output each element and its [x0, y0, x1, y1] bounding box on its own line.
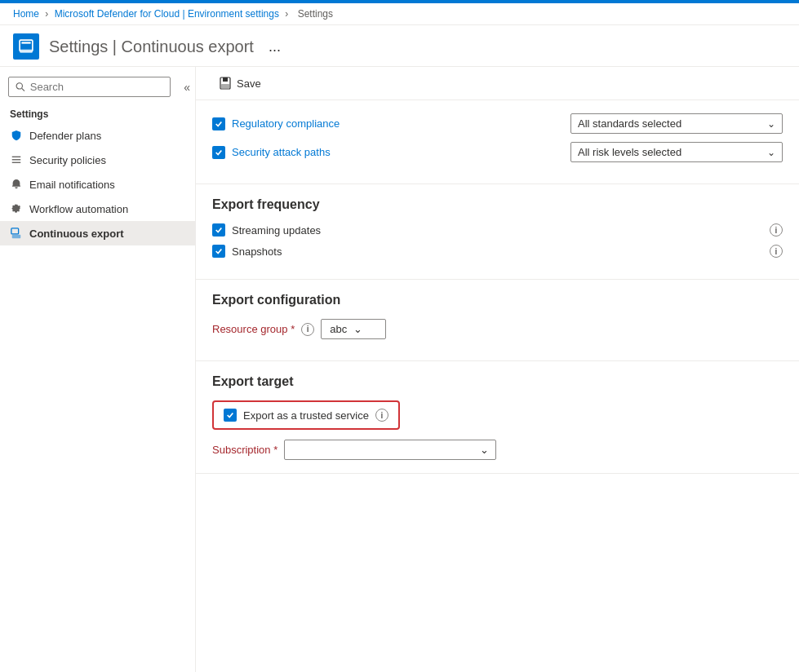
security-attack-paths-checkbox[interactable]	[212, 146, 225, 159]
svg-rect-8	[11, 228, 19, 234]
sidebar-item-label: Continuous export	[29, 228, 124, 240]
shield-icon	[10, 129, 23, 142]
resource-group-dropdown[interactable]: abc ⌄	[321, 319, 386, 339]
streaming-updates-checkbox[interactable]	[212, 223, 225, 237]
svg-rect-1	[21, 42, 30, 43]
toolbar: Save	[196, 67, 799, 100]
sidebar-item-workflow-automation[interactable]: Workflow automation	[0, 197, 195, 221]
sidebar-item-label: Security policies	[29, 154, 106, 166]
breadcrumb: Home › Microsoft Defender for Cloud | En…	[0, 3, 799, 25]
snapshots-checkbox[interactable]	[212, 245, 225, 258]
security-attack-paths-row: Security attack paths All risk levels se…	[212, 142, 783, 162]
subscription-row: Subscription * ⌄	[212, 440, 783, 460]
resource-group-label: Resource group *	[212, 323, 295, 335]
chevron-down-icon: ⌄	[767, 118, 775, 130]
svg-rect-5	[12, 157, 21, 157]
breadcrumb-env[interactable]: Microsoft Defender for Cloud | Environme…	[55, 8, 279, 20]
sidebar-item-label: Email notifications	[29, 179, 115, 191]
subscription-dropdown[interactable]: ⌄	[284, 440, 496, 460]
streaming-updates-info-icon[interactable]: i	[770, 223, 783, 237]
snapshots-label: Snapshots	[232, 245, 763, 258]
page-icon	[13, 33, 39, 60]
security-attack-paths-label: Security attack paths	[232, 146, 564, 158]
exported-data-section: Regulatory compliance All standards sele…	[196, 100, 799, 184]
sidebar-item-continuous-export[interactable]: Continuous export	[0, 221, 195, 245]
export-icon	[10, 227, 23, 240]
chevron-down-icon: ⌄	[767, 147, 775, 158]
sidebar-item-label: Defender plans	[29, 130, 101, 142]
export-target-section: Export target Export as a trusted servic…	[196, 361, 799, 474]
sidebar-item-label: Workflow automation	[29, 203, 128, 215]
trusted-service-label: Export as a trusted service	[243, 409, 369, 422]
export-config-title: Export configuration	[212, 293, 783, 307]
svg-rect-6	[12, 159, 21, 160]
export-frequency-title: Export frequency	[212, 197, 783, 212]
svg-rect-2	[20, 49, 33, 53]
regulatory-compliance-dropdown[interactable]: All standards selected ⌄	[570, 113, 783, 134]
save-button[interactable]: Save	[212, 73, 268, 93]
svg-line-4	[22, 88, 24, 91]
collapse-button[interactable]: «	[179, 79, 195, 95]
security-attack-paths-dropdown-value: All risk levels selected	[578, 146, 681, 158]
export-target-title: Export target	[212, 374, 783, 389]
resource-group-info-icon[interactable]: i	[301, 323, 314, 336]
security-attack-paths-dropdown[interactable]: All risk levels selected ⌄	[570, 142, 783, 162]
gear-icon	[10, 202, 23, 215]
save-label: Save	[237, 77, 261, 90]
streaming-updates-row: Streaming updates i	[212, 223, 783, 237]
breadcrumb-current: Settings	[298, 8, 333, 20]
main-content: Save Regulatory compliance All standards…	[196, 67, 799, 672]
svg-point-3	[16, 83, 22, 89]
search-input[interactable]	[30, 81, 163, 93]
ellipsis-button[interactable]: ...	[269, 38, 281, 55]
resource-group-dropdown-value: abc	[330, 323, 347, 335]
bell-icon	[10, 178, 23, 191]
export-frequency-section: Export frequency Streaming updates i Sna…	[196, 184, 799, 280]
sidebar-item-defender-plans[interactable]: Defender plans	[0, 123, 195, 148]
sidebar: « Settings Defender plans Security polic…	[0, 67, 196, 672]
regulatory-compliance-dropdown-value: All standards selected	[578, 117, 681, 130]
search-container	[8, 77, 171, 97]
svg-rect-12	[221, 84, 229, 88]
export-config-section: Export configuration Resource group * i …	[196, 280, 799, 361]
svg-rect-9	[12, 235, 21, 238]
resource-group-row: Resource group * i abc ⌄	[212, 319, 783, 339]
sidebar-item-security-policies[interactable]: Security policies	[0, 148, 195, 172]
sidebar-item-email-notifications[interactable]: Email notifications	[0, 172, 195, 197]
streaming-updates-label: Streaming updates	[232, 224, 763, 237]
subscription-label: Subscription *	[212, 444, 277, 456]
snapshots-row: Snapshots i	[212, 245, 783, 258]
regulatory-compliance-checkbox[interactable]	[212, 117, 225, 130]
page-title: Settings | Continuous export	[49, 38, 254, 56]
breadcrumb-home[interactable]: Home	[13, 8, 39, 20]
svg-rect-7	[12, 162, 21, 163]
svg-rect-11	[223, 77, 228, 82]
page-header: Settings | Continuous export ...	[0, 25, 799, 67]
sidebar-section-label: Settings	[0, 104, 195, 123]
save-icon	[219, 77, 232, 90]
chevron-down-icon: ⌄	[353, 323, 362, 335]
regulatory-compliance-label: Regulatory compliance	[232, 117, 564, 130]
search-icon	[16, 82, 25, 92]
trusted-service-checkbox[interactable]	[224, 409, 237, 422]
regulatory-compliance-row: Regulatory compliance All standards sele…	[212, 113, 783, 134]
snapshots-info-icon[interactable]: i	[770, 245, 783, 258]
chevron-down-icon: ⌄	[480, 444, 489, 456]
export-trusted-service-box: Export as a trusted service i	[212, 400, 400, 430]
trusted-service-info-icon[interactable]: i	[375, 409, 388, 422]
list-icon	[10, 153, 23, 166]
